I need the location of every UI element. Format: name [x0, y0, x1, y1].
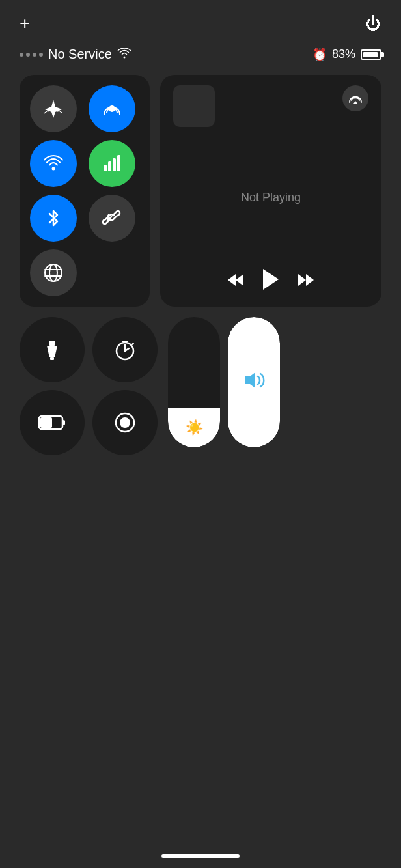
svg-rect-24 [40, 417, 52, 428]
screen-record-button[interactable] [92, 390, 158, 455]
add-button[interactable]: + [20, 13, 30, 34]
signal-dot-4 [39, 53, 43, 57]
status-right: ⏰ 83% [312, 48, 381, 62]
bottom-row-2 [20, 390, 158, 455]
flashlight-button[interactable] [20, 317, 85, 382]
wifi-status-icon [117, 47, 131, 62]
svg-marker-16 [47, 346, 57, 357]
status-bar: No Service ⏰ 83% [0, 40, 401, 75]
rewind-button[interactable] [227, 272, 245, 292]
svg-point-1 [52, 167, 55, 171]
play-button[interactable] [260, 268, 281, 296]
svg-marker-14 [306, 274, 314, 286]
signal-dot-2 [26, 53, 30, 57]
battery-percentage: 83% [332, 48, 355, 61]
connectivity-panel [20, 75, 150, 307]
bottom-row-1 [20, 317, 158, 382]
svg-point-7 [49, 264, 57, 281]
svg-rect-15 [49, 341, 55, 346]
sliders-area: ☀️ [168, 317, 280, 455]
svg-line-22 [132, 343, 133, 344]
airplay-button[interactable] [342, 85, 368, 111]
controls-area: Not Playing [0, 75, 401, 307]
svg-point-27 [120, 417, 130, 428]
wifi-button[interactable] [30, 140, 77, 187]
airdrop-button[interactable] [89, 85, 135, 132]
brightness-slider[interactable]: ☀️ [168, 317, 220, 447]
bluetooth-button[interactable] [30, 195, 77, 242]
volume-slider[interactable] [228, 317, 280, 447]
svg-rect-4 [113, 158, 116, 171]
media-panel: Not Playing [160, 75, 381, 307]
svg-marker-10 [228, 274, 236, 286]
signal-dot-1 [20, 53, 23, 57]
brightness-icon: ☀️ [186, 419, 203, 436]
forward-button[interactable] [297, 272, 315, 292]
svg-rect-17 [50, 357, 54, 360]
svg-rect-2 [104, 165, 107, 171]
svg-rect-25 [62, 420, 65, 425]
volume-fill [228, 317, 280, 447]
media-controls [173, 268, 368, 296]
signal-dot-3 [33, 53, 36, 57]
brightness-fill: ☀️ [168, 408, 220, 447]
bottom-controls: ☀️ [0, 307, 401, 455]
clip-button[interactable] [89, 195, 135, 242]
power-button[interactable]: ⏻ [366, 14, 381, 33]
media-artwork [173, 85, 215, 127]
svg-rect-5 [117, 155, 120, 171]
volume-icon [241, 369, 267, 397]
svg-marker-11 [236, 274, 243, 286]
media-top [173, 85, 368, 127]
header: + ⏻ [0, 0, 401, 40]
timer-button[interactable] [92, 317, 158, 382]
globe-button[interactable] [30, 249, 77, 296]
airplane-mode-button[interactable] [30, 85, 77, 132]
svg-marker-12 [263, 269, 279, 290]
signal-dots [20, 53, 43, 57]
svg-rect-3 [108, 161, 111, 171]
home-indicator [161, 854, 240, 858]
bottom-left-controls [20, 317, 158, 455]
status-left: No Service [20, 47, 131, 62]
cellular-button[interactable] [89, 140, 135, 187]
alarm-icon: ⏰ [312, 48, 327, 62]
svg-point-6 [45, 264, 62, 281]
battery-icon [361, 49, 381, 60]
no-service-text: No Service [48, 47, 112, 62]
battery-saver-button[interactable] [20, 390, 85, 455]
svg-marker-13 [298, 274, 306, 286]
svg-marker-28 [245, 372, 255, 388]
not-playing-text: Not Playing [173, 191, 368, 204]
